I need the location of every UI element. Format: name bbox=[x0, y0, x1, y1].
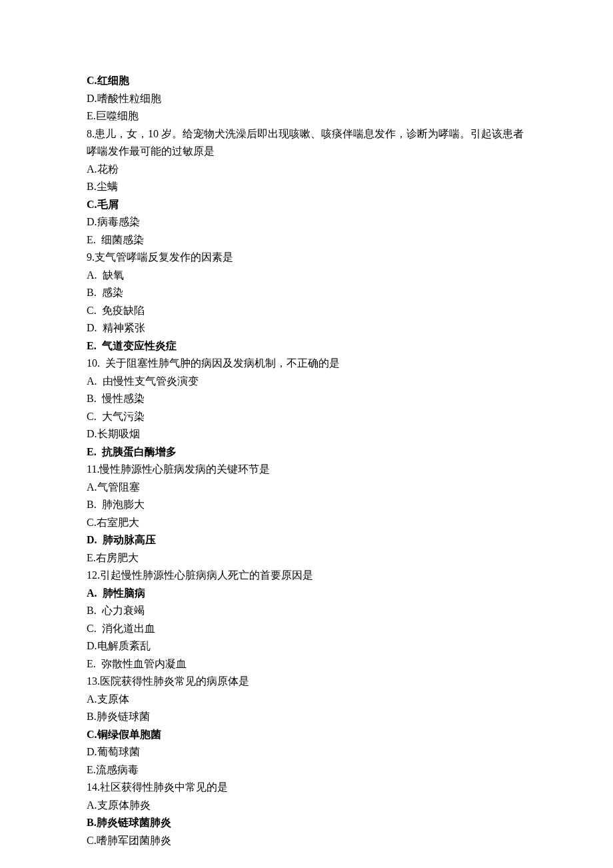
text-line: D.电解质紊乱 bbox=[87, 637, 526, 655]
text-line: B. 肺泡膨大 bbox=[87, 496, 526, 514]
document-page: C.红细胞D.嗜酸性粒细胞E.巨噬细胞8.患儿，女，10 岁。给宠物犬洗澡后即出… bbox=[0, 0, 613, 868]
text-line: E. 弥散性血管内凝血 bbox=[87, 655, 526, 673]
text-line: C.右室肥大 bbox=[87, 514, 526, 532]
text-line: C.嗜肺军团菌肺炎 bbox=[87, 832, 526, 850]
text-line: D.病毒感染 bbox=[87, 213, 526, 231]
text-line: D.葡萄球菌 bbox=[87, 743, 526, 761]
text-line: 13.医院获得性肺炎常见的病原体是 bbox=[87, 673, 526, 691]
answer-option-bold: E. 气道变应性炎症 bbox=[87, 337, 526, 355]
text-line: A.花粉 bbox=[87, 161, 526, 179]
text-line: 8.患儿，女，10 岁。给宠物犬洗澡后即出现咳嗽、咳痰伴喘息发作，诊断为哮喘。引… bbox=[87, 125, 526, 161]
text-line: 9.支气管哮喘反复发作的因素是 bbox=[87, 249, 526, 267]
text-line: B.尘螨 bbox=[87, 178, 526, 196]
text-line: C. 免疫缺陷 bbox=[87, 302, 526, 320]
text-line: 11.慢性肺源性心脏病发病的关键环节是 bbox=[87, 461, 526, 479]
text-line: B.肺炎链球菌 bbox=[87, 708, 526, 726]
answer-option-bold: C.铜绿假单胞菌 bbox=[87, 726, 526, 744]
text-line: E.右房肥大 bbox=[87, 549, 526, 567]
answer-option-bold: C.红细胞 bbox=[87, 72, 526, 90]
answer-option-bold: A. 肺性脑病 bbox=[87, 585, 526, 603]
text-line: E.巨噬细胞 bbox=[87, 107, 526, 125]
text-line: B. 慢性感染 bbox=[87, 390, 526, 408]
text-line: E. 细菌感染 bbox=[87, 231, 526, 249]
text-line: E.流感病毒 bbox=[87, 761, 526, 779]
text-line: D.长期吸烟 bbox=[87, 425, 526, 443]
text-line: 12.引起慢性肺源性心脏病病人死亡的首要原因是 bbox=[87, 567, 526, 585]
text-line: A.支原体肺炎 bbox=[87, 797, 526, 815]
text-line: C. 大气污染 bbox=[87, 408, 526, 426]
answer-option-bold: C.毛屑 bbox=[87, 196, 526, 214]
answer-option-bold: D. 肺动脉高压 bbox=[87, 531, 526, 549]
text-line: B. 心力衰竭 bbox=[87, 602, 526, 620]
text-line: A.气管阻塞 bbox=[87, 479, 526, 497]
answer-option-bold: B.肺炎链球菌肺炎 bbox=[87, 814, 526, 832]
text-line: 14.社区获得性肺炎中常见的是 bbox=[87, 779, 526, 797]
text-line: C. 消化道出血 bbox=[87, 620, 526, 638]
text-line: D.嗜酸性粒细胞 bbox=[87, 90, 526, 108]
text-line: 10. 关于阻塞性肺气肿的病因及发病机制，不正确的是 bbox=[87, 355, 526, 373]
text-line: A. 缺氧 bbox=[87, 267, 526, 285]
text-line: D. 精神紧张 bbox=[87, 319, 526, 337]
text-line: B. 感染 bbox=[87, 284, 526, 302]
text-line: A. 由慢性支气管炎演变 bbox=[87, 373, 526, 391]
answer-option-bold: E. 抗胰蛋白酶增多 bbox=[87, 443, 526, 461]
text-line: A.支原体 bbox=[87, 691, 526, 709]
